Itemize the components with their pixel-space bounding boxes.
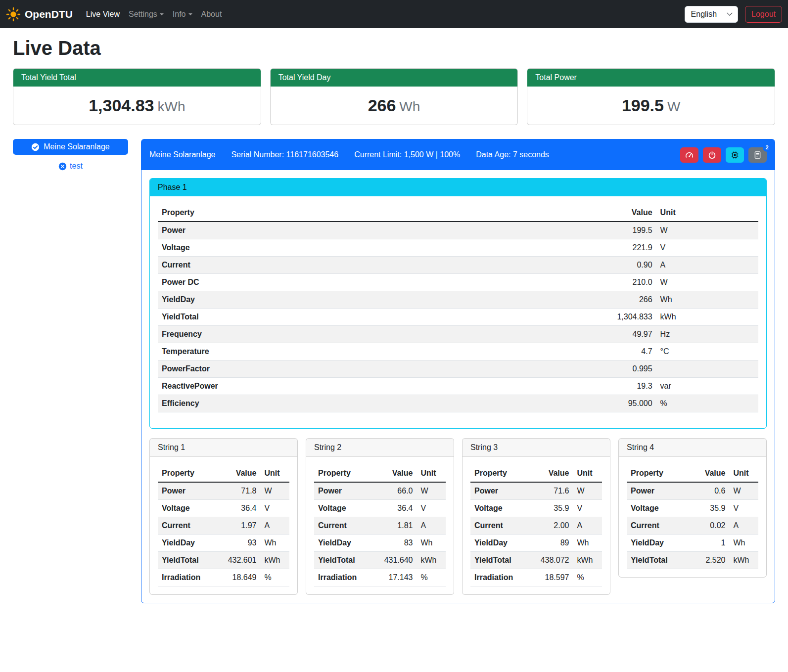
page: Live Data Total Yield Total 1,304.83kWh … bbox=[0, 28, 788, 615]
inverter-item-test[interactable]: test bbox=[13, 162, 128, 171]
column-header-value: Value bbox=[690, 465, 730, 482]
summary-unit: W bbox=[667, 99, 680, 114]
summary-card-total-power: Total Power 199.5W bbox=[527, 68, 775, 125]
summary-card-total-yield-total: Total Yield Total 1,304.83kWh bbox=[13, 68, 261, 125]
column-header-value: Value bbox=[221, 465, 261, 482]
logout-button[interactable]: Logout bbox=[745, 6, 782, 23]
property-label: Power bbox=[158, 222, 566, 239]
power-button[interactable] bbox=[703, 147, 721, 163]
property-label: Temperature bbox=[158, 343, 566, 360]
property-label: YieldDay bbox=[158, 291, 566, 309]
property-label: Power bbox=[470, 482, 534, 500]
property-value: 83 bbox=[377, 535, 417, 552]
property-label: YieldDay bbox=[314, 535, 377, 552]
string-table: Property Value Unit Power 71.8 W Voltage… bbox=[158, 465, 289, 586]
string-card-4: String 4 Property Value Unit bbox=[618, 438, 767, 578]
column-header-property: Property bbox=[314, 465, 377, 482]
property-unit: V bbox=[417, 500, 446, 517]
property-value: 0.6 bbox=[690, 482, 730, 500]
inverter-panel-header: Meine Solaranlage Serial Number: 1161716… bbox=[141, 139, 775, 170]
string-card-title: String 3 bbox=[463, 439, 610, 457]
property-unit: A bbox=[417, 517, 446, 535]
limit-settings-button[interactable] bbox=[680, 147, 698, 163]
summary-card-body: 199.5W bbox=[527, 87, 775, 125]
column-header-value: Value bbox=[377, 465, 417, 482]
property-value: 95.000 bbox=[566, 395, 656, 412]
property-unit bbox=[656, 360, 758, 378]
nav-item-about[interactable]: About bbox=[197, 6, 227, 23]
table-row: Irradiation 17.143 % bbox=[314, 569, 446, 586]
power-icon bbox=[708, 151, 716, 159]
property-unit: Wh bbox=[573, 535, 602, 552]
property-unit: kWh bbox=[573, 552, 602, 569]
table-row: Power DC 210.0 W bbox=[158, 274, 758, 291]
inverter-actions: 2 bbox=[680, 147, 767, 163]
property-value: 432.601 bbox=[221, 552, 261, 569]
summary-card-title: Total Power bbox=[527, 69, 775, 87]
property-label: Irradiation bbox=[158, 569, 221, 586]
navbar-right: English Logout bbox=[685, 6, 782, 23]
property-label: YieldDay bbox=[470, 535, 534, 552]
column-header-property: Property bbox=[470, 465, 534, 482]
nav-item-info[interactable]: Info bbox=[168, 6, 197, 23]
brand-link[interactable]: OpenDTU bbox=[6, 7, 73, 22]
property-label: Power DC bbox=[158, 274, 566, 291]
property-unit: % bbox=[573, 569, 602, 586]
property-unit: W bbox=[573, 482, 602, 500]
property-label: Current bbox=[314, 517, 377, 535]
property-unit: °C bbox=[656, 343, 758, 360]
summary-card-body: 1,304.83kWh bbox=[13, 87, 261, 125]
nav-item-label: Info bbox=[173, 10, 186, 19]
property-label: Voltage bbox=[470, 500, 534, 517]
string-card-body: Property Value Unit Power 0.6 W Voltage … bbox=[619, 457, 766, 569]
property-label: YieldTotal bbox=[470, 552, 534, 569]
inverter-panel: Meine Solaranlage Serial Number: 1161716… bbox=[141, 139, 775, 603]
property-label: YieldTotal bbox=[158, 552, 221, 569]
caret-down-icon bbox=[160, 13, 164, 15]
table-row: Efficiency 95.000 % bbox=[158, 395, 758, 412]
event-log-button[interactable]: 2 bbox=[748, 147, 767, 163]
property-label: Current bbox=[158, 517, 221, 535]
property-unit: V bbox=[260, 500, 289, 517]
table-header-row: Property Value Unit bbox=[627, 465, 758, 482]
table-row: Voltage 36.4 V bbox=[158, 500, 289, 517]
table-row: Current 2.00 A bbox=[470, 517, 602, 535]
table-row: Current 0.02 A bbox=[627, 517, 758, 535]
table-row: YieldTotal 431.640 kWh bbox=[314, 552, 446, 569]
property-value: 1,304.833 bbox=[566, 309, 656, 326]
table-row: Power 0.6 W bbox=[627, 482, 758, 500]
property-value: 36.4 bbox=[221, 500, 261, 517]
table-row: Voltage 36.4 V bbox=[314, 500, 446, 517]
summary-value: 199.5 bbox=[622, 96, 664, 115]
property-unit: kWh bbox=[417, 552, 446, 569]
language-select[interactable]: English bbox=[685, 6, 738, 23]
table-row: YieldDay 266 Wh bbox=[158, 291, 758, 309]
property-value: 1.81 bbox=[377, 517, 417, 535]
summary-card-title: Total Yield Total bbox=[13, 69, 261, 87]
nav-item-settings[interactable]: Settings bbox=[124, 6, 168, 23]
property-value: 35.9 bbox=[534, 500, 573, 517]
property-label: Irradiation bbox=[314, 569, 377, 586]
table-row: YieldDay 83 Wh bbox=[314, 535, 446, 552]
property-value: 66.0 bbox=[377, 482, 417, 500]
nav-item-live-view[interactable]: Live View bbox=[82, 6, 124, 23]
property-unit: V bbox=[573, 500, 602, 517]
table-row: PowerFactor 0.995 bbox=[158, 360, 758, 378]
journal-text-icon bbox=[753, 151, 762, 159]
string-table: Property Value Unit Power 71.6 W Voltage… bbox=[470, 465, 602, 586]
speedometer-icon bbox=[685, 151, 694, 159]
property-unit: Wh bbox=[417, 535, 446, 552]
device-info-button[interactable] bbox=[726, 147, 744, 163]
string-card-body: Property Value Unit Power 66.0 W Voltage… bbox=[306, 457, 454, 586]
table-row: YieldTotal 438.072 kWh bbox=[470, 552, 602, 569]
table-row: Power 71.6 W bbox=[470, 482, 602, 500]
property-value: 17.143 bbox=[377, 569, 417, 586]
property-value: 221.9 bbox=[566, 239, 656, 257]
property-unit: Hz bbox=[656, 326, 758, 343]
inverter-sidebar: Meine Solaranlage test bbox=[13, 139, 128, 171]
inverter-select-button[interactable]: Meine Solaranlage bbox=[13, 139, 128, 155]
property-value: 71.8 bbox=[221, 482, 261, 500]
property-label: YieldDay bbox=[627, 535, 690, 552]
property-label: YieldTotal bbox=[158, 309, 566, 326]
property-value: 18.649 bbox=[221, 569, 261, 586]
